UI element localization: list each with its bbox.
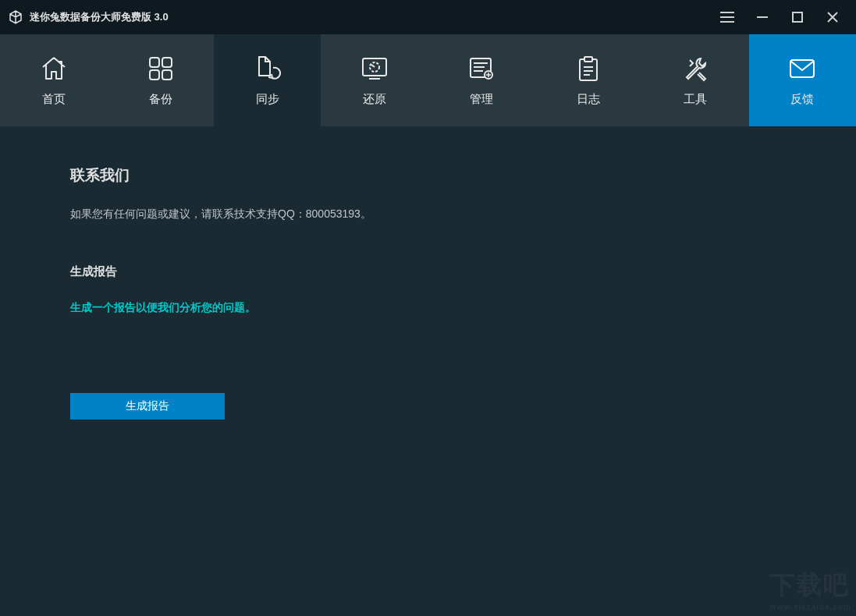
svg-rect-2 <box>162 58 172 67</box>
close-icon[interactable] <box>825 9 840 25</box>
app-title: 迷你兔数据备份大师免费版 3.0 <box>30 10 169 24</box>
tab-label: 反馈 <box>790 92 814 107</box>
manage-icon <box>466 55 497 83</box>
tab-label: 同步 <box>256 92 279 107</box>
heading-contact: 联系我们 <box>70 165 786 186</box>
svg-rect-0 <box>793 12 802 22</box>
tab-label: 还原 <box>363 92 386 107</box>
titlebar: 迷你兔数据备份大师免费版 3.0 <box>0 0 856 34</box>
tab-label: 首页 <box>42 92 66 107</box>
watermark-url: www.xiazaiba.com <box>770 603 851 611</box>
grid-icon <box>145 55 176 83</box>
tab-log[interactable]: 日志 <box>535 34 642 126</box>
tab-label: 备份 <box>149 92 172 107</box>
svg-rect-10 <box>584 57 592 62</box>
titlebar-left: 迷你兔数据备份大师免费版 3.0 <box>8 9 169 25</box>
watermark-text: 下载吧 <box>770 571 850 599</box>
svg-rect-9 <box>580 59 597 80</box>
tools-icon <box>680 55 711 83</box>
minimize-icon[interactable] <box>755 9 770 25</box>
home-icon <box>38 55 69 83</box>
mail-icon <box>787 55 818 83</box>
restore-icon <box>359 55 390 83</box>
menu-icon[interactable] <box>719 9 735 25</box>
tab-feedback[interactable]: 反馈 <box>749 34 856 126</box>
log-icon <box>573 55 604 83</box>
tab-label: 日志 <box>577 92 600 107</box>
tab-sync[interactable]: 同步 <box>214 34 321 126</box>
nav-tabs: 首页 备份 同步 还原 管理 日志 工具 <box>0 34 856 126</box>
watermark: 下载吧 www.xiazaiba.com <box>770 568 851 611</box>
heading-report: 生成报告 <box>70 264 786 279</box>
tab-manage[interactable]: 管理 <box>428 34 535 126</box>
tab-label: 工具 <box>684 92 707 107</box>
tab-restore[interactable]: 还原 <box>321 34 428 126</box>
tab-home[interactable]: 首页 <box>0 34 107 126</box>
tab-tools[interactable]: 工具 <box>642 34 749 126</box>
window-controls <box>719 9 840 25</box>
tab-label: 管理 <box>470 92 493 107</box>
app-logo-icon <box>8 9 23 25</box>
sync-icon <box>252 55 283 83</box>
content-area: 联系我们 如果您有任何问题或建议，请联系技术支持QQ：800053193。 生成… <box>0 126 856 458</box>
report-link[interactable]: 生成一个报告以便我们分析您的问题。 <box>70 301 786 315</box>
contact-description: 如果您有任何问题或建议，请联系技术支持QQ：800053193。 <box>70 207 786 221</box>
tab-backup[interactable]: 备份 <box>107 34 214 126</box>
svg-rect-4 <box>162 70 172 80</box>
maximize-icon[interactable] <box>790 9 805 25</box>
generate-report-button[interactable]: 生成报告 <box>70 393 225 420</box>
svg-rect-1 <box>150 58 159 67</box>
svg-rect-11 <box>790 60 814 77</box>
svg-rect-3 <box>150 70 159 80</box>
